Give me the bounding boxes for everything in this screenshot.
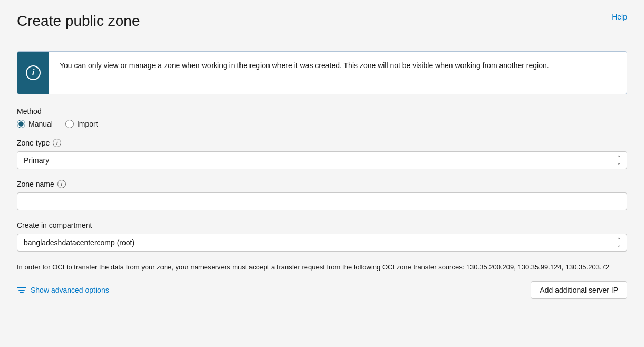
info-banner: i You can only view or manage a zone whe… [17, 51, 627, 94]
method-import-option[interactable]: Import [65, 120, 98, 128]
zone-name-input[interactable]: mshimul.info [17, 192, 627, 210]
page-header: Create public zone Help [17, 13, 627, 38]
zone-type-label-row: Zone type i [17, 139, 627, 147]
page-title: Create public zone [17, 13, 140, 30]
help-link[interactable]: Help [612, 13, 627, 21]
filter-line-2 [18, 290, 25, 291]
info-banner-icon-wrapper: i [17, 52, 49, 94]
advanced-options-link[interactable]: Show advanced options [17, 286, 109, 294]
method-import-label: Import [77, 120, 98, 128]
advanced-options-label: Show advanced options [31, 286, 109, 294]
method-manual-label: Manual [28, 120, 53, 128]
compartment-label: Create in compartment [17, 221, 627, 229]
compartment-section: Create in compartment bangladeshdatacent… [17, 221, 627, 252]
add-server-button[interactable]: Add additional server IP [531, 281, 627, 299]
method-label: Method [17, 107, 627, 115]
zone-name-label-row: Zone name i [17, 180, 627, 188]
zone-name-section: Zone name i mshimul.info [17, 180, 627, 210]
info-icon: i [26, 65, 41, 80]
method-import-radio[interactable] [65, 120, 74, 128]
zone-type-select-wrapper: Primary Secondary [17, 151, 627, 169]
zone-type-info-icon[interactable]: i [53, 139, 61, 147]
zone-type-section: Zone type i Primary Secondary [17, 139, 627, 169]
method-manual-radio[interactable] [17, 120, 25, 128]
compartment-select-wrapper: bangladeshdatacentercomp (root) [17, 234, 627, 252]
method-manual-option[interactable]: Manual [17, 120, 53, 128]
compartment-select[interactable]: bangladeshdatacentercomp (root) [17, 234, 627, 252]
filter-icon [17, 287, 26, 293]
zone-type-select[interactable]: Primary Secondary [17, 151, 627, 169]
filter-line-1 [17, 287, 26, 288]
filter-line-3 [20, 292, 23, 293]
zone-type-label: Zone type [17, 139, 50, 147]
bottom-actions: Show advanced options Add additional ser… [17, 281, 627, 299]
method-section: Method Manual Import [17, 107, 627, 128]
zone-name-info-icon[interactable]: i [57, 180, 66, 188]
info-banner-text: You can only view or manage a zone when … [49, 52, 560, 80]
method-radio-group: Manual Import [17, 120, 627, 128]
zone-name-label: Zone name [17, 180, 54, 188]
transfer-info-text: In order for OCI to transfer the data fr… [17, 262, 627, 273]
